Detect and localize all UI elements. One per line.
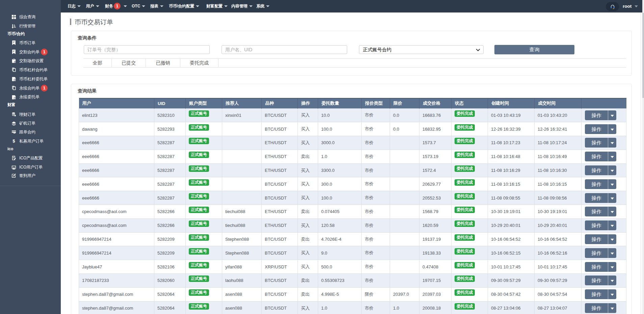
svg-text:$: $: [12, 139, 15, 143]
